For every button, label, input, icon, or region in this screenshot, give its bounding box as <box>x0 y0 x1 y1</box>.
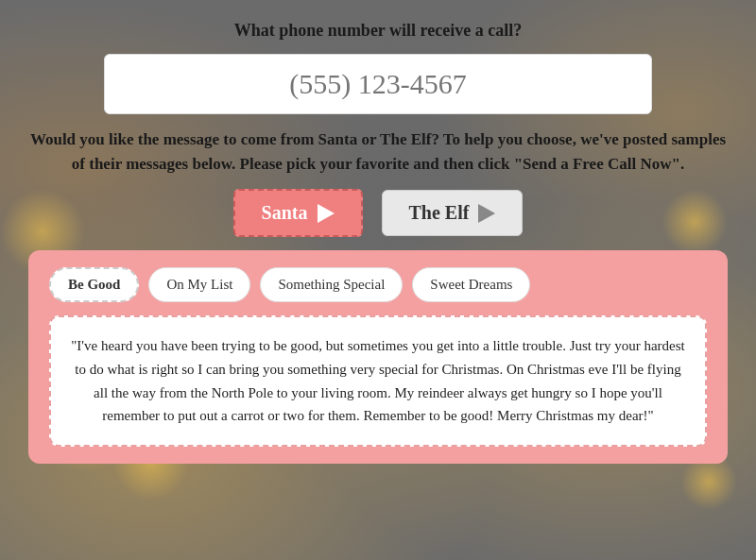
elf-button[interactable]: The Elf <box>382 190 524 236</box>
phone-input[interactable] <box>124 68 632 100</box>
santa-button[interactable]: Santa <box>233 189 363 237</box>
main-content: What phone number will receive a call? W… <box>0 0 756 483</box>
tab-be-good[interactable]: Be Good <box>49 267 139 302</box>
voice-buttons: Santa The Elf <box>233 189 524 237</box>
description-text: Would you like the message to come from … <box>28 127 728 176</box>
message-text: "I've heard you have been trying to be g… <box>71 338 685 423</box>
tab-something-special[interactable]: Something Special <box>260 267 403 302</box>
elf-button-label: The Elf <box>409 202 470 224</box>
elf-play-icon <box>478 204 495 223</box>
tab-sweet-dreams[interactable]: Sweet Dreams <box>412 267 530 302</box>
message-tabs: Be Good On My List Something Special Swe… <box>49 267 707 302</box>
message-panel: Be Good On My List Something Special Swe… <box>28 250 728 464</box>
santa-play-icon <box>318 204 335 223</box>
phone-input-wrapper[interactable] <box>104 54 652 114</box>
santa-button-label: Santa <box>262 202 308 224</box>
tab-on-my-list[interactable]: On My List <box>148 267 250 302</box>
message-box: "I've heard you have been trying to be g… <box>49 315 707 447</box>
question-label: What phone number will receive a call? <box>234 21 522 41</box>
